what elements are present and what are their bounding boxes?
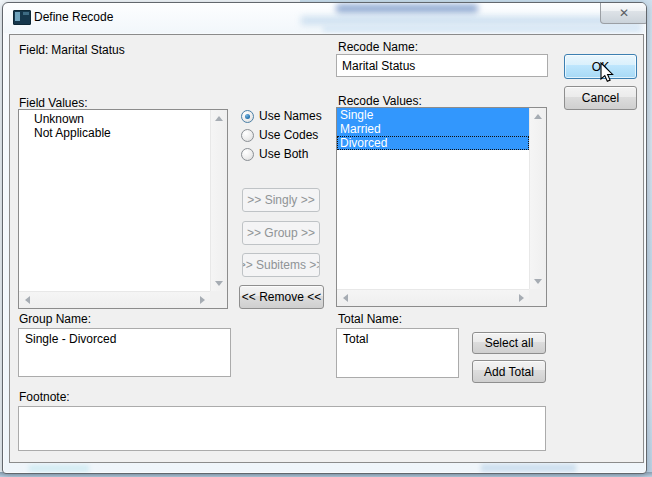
horizontal-scrollbar[interactable] <box>19 291 210 308</box>
scroll-right-icon <box>200 296 205 304</box>
list-item[interactable]: Unknown <box>19 112 210 126</box>
remove-button[interactable]: << Remove << <box>239 285 324 309</box>
scrollbar-corner <box>210 291 227 308</box>
field-value: Marital Status <box>51 43 124 57</box>
cancel-button[interactable]: Cancel <box>564 86 637 110</box>
field-label: Field: <box>19 43 48 57</box>
scroll-down-button[interactable] <box>211 275 227 291</box>
radio-button-icon <box>241 148 254 161</box>
add-total-button[interactable]: Add Total <box>472 360 546 383</box>
select-all-button[interactable]: Select all <box>472 332 546 354</box>
list-item[interactable]: Married <box>337 122 529 136</box>
footnote-label: Footnote: <box>19 391 70 404</box>
footnote-input[interactable] <box>18 406 546 451</box>
scroll-right-button[interactable] <box>194 292 210 308</box>
radio-label: Use Codes <box>259 128 318 142</box>
list-item[interactable]: Not Applicable <box>19 126 210 140</box>
glass-blur-streak <box>29 465 89 472</box>
scrollbar-corner <box>529 289 546 306</box>
title-bar[interactable]: Define Recode <box>3 3 646 32</box>
radio-use-names[interactable]: Use Names <box>241 109 322 123</box>
close-button[interactable]: ✕ <box>600 2 647 24</box>
scroll-right-button[interactable] <box>513 290 529 306</box>
list-item[interactable]: Single <box>337 108 529 122</box>
radio-use-codes[interactable]: Use Codes <box>241 128 318 142</box>
define-recode-dialog: Define Recode ✕ Field: Marital Status Re… <box>2 2 647 474</box>
horizontal-scrollbar[interactable] <box>337 289 529 306</box>
window-title: Define Recode <box>34 10 113 24</box>
radio-button-icon <box>241 110 254 123</box>
radio-use-both[interactable]: Use Both <box>241 147 308 161</box>
total-name-input[interactable]: Total <box>336 328 459 378</box>
recode-name-input[interactable] <box>336 54 548 77</box>
scroll-up-button[interactable] <box>211 110 227 126</box>
vertical-scrollbar[interactable] <box>210 110 227 291</box>
scroll-left-button[interactable] <box>19 292 35 308</box>
scroll-down-icon <box>215 281 223 286</box>
field-info: Field: Marital Status <box>19 43 125 57</box>
scroll-left-icon <box>25 296 30 304</box>
group-name-label: Group Name: <box>19 313 91 326</box>
vertical-scrollbar[interactable] <box>529 108 546 289</box>
scroll-down-button[interactable] <box>530 273 546 289</box>
field-values-listbox[interactable]: Unknown Not Applicable <box>18 109 228 309</box>
close-icon: ✕ <box>619 6 629 20</box>
app-icon <box>13 10 31 25</box>
screen: Define Recode ✕ Field: Marital Status Re… <box>0 0 652 477</box>
subitems-button[interactable]: >> Subitems >> <box>242 253 320 277</box>
scroll-right-icon <box>519 294 524 302</box>
scroll-left-button[interactable] <box>337 290 353 306</box>
radio-label: Use Both <box>259 147 308 161</box>
glass-blur-streak <box>481 464 576 472</box>
scroll-down-icon <box>534 279 542 284</box>
field-values-items: Unknown Not Applicable <box>19 110 210 291</box>
singly-button[interactable]: >> Singly >> <box>242 188 320 212</box>
recode-name-label: Recode Name: <box>338 41 418 54</box>
radio-button-icon <box>241 129 254 142</box>
group-button[interactable]: >> Group >> <box>242 221 320 245</box>
recode-values-listbox[interactable]: Single Married Divorced <box>336 107 547 307</box>
dialog-content-panel: Field: Marital Status Recode Name: OK Ca… <box>9 34 644 463</box>
scroll-up-icon <box>215 116 223 121</box>
scroll-left-icon <box>343 294 348 302</box>
list-item[interactable]: Divorced <box>337 136 529 150</box>
ok-button[interactable]: OK <box>564 54 637 79</box>
scroll-up-icon <box>534 114 542 119</box>
scroll-up-button[interactable] <box>530 108 546 124</box>
recode-values-items: Single Married Divorced <box>337 108 529 289</box>
radio-label: Use Names <box>259 109 322 123</box>
group-name-input[interactable]: Single - Divorced <box>18 328 231 377</box>
total-name-label: Total Name: <box>338 313 402 326</box>
